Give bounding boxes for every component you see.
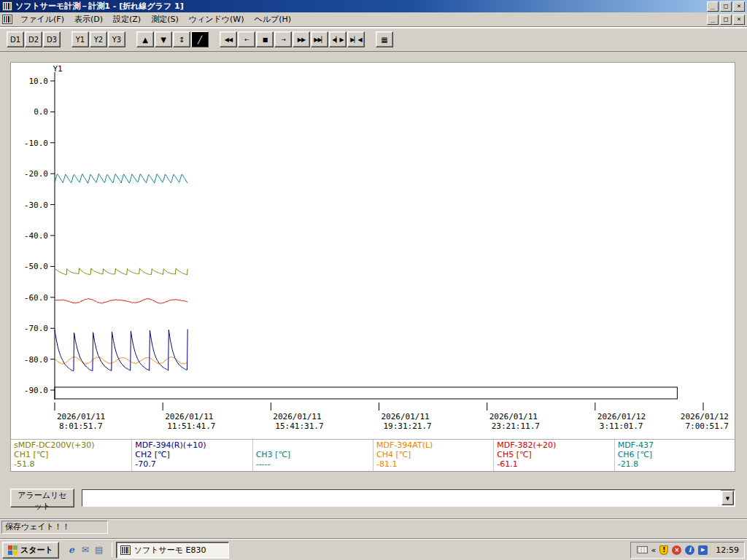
- channel-name: MDF-394(R)(+10): [135, 440, 249, 450]
- tray-play-icon[interactable]: ▶: [698, 545, 708, 555]
- legend-cell-ch2: MDF-394(R)(+10)CH2 [℃]-70.7: [131, 440, 252, 471]
- fast-forward-button[interactable]: ▶▶: [293, 31, 310, 47]
- channel-legend: sMDF-DC200V(+30)CH1 [℃]-51.8MDF-394(R)(+…: [11, 439, 735, 471]
- svg-text:2026/01/12: 2026/01/12: [681, 412, 729, 421]
- contract-x-button[interactable]: ▶▏◀: [347, 31, 365, 47]
- y2-button[interactable]: Y2: [90, 31, 107, 47]
- channel-value: -51.8: [14, 459, 128, 469]
- alarm-reset-button[interactable]: アラームリセット: [10, 489, 74, 508]
- menubar: ファイル(F)表示(D)設定(Z)測定(S)ウィンドウ(W)ヘルプ(H) _ □…: [0, 12, 747, 27]
- svg-text:-20.0: -20.0: [24, 169, 48, 179]
- app-icon: [2, 1, 12, 11]
- step-back-button[interactable]: ←: [238, 31, 255, 47]
- menu-view[interactable]: 表示(D): [69, 12, 108, 26]
- menu-items: ファイル(F)表示(D)設定(Z)測定(S)ウィンドウ(W)ヘルプ(H): [15, 12, 704, 26]
- legend-cell-ch1: sMDF-DC200V(+30)CH1 [℃]-51.8: [11, 440, 131, 471]
- svg-text:2026/01/11: 2026/01/11: [57, 412, 105, 421]
- menu-file[interactable]: ファイル(F): [15, 12, 69, 26]
- scale-buttons: ▲▼↕╱: [136, 31, 209, 47]
- fit-scale-button[interactable]: ╱: [191, 31, 209, 47]
- combo-dropdown-button[interactable]: ▼: [721, 491, 734, 505]
- svg-text:2026/01/11: 2026/01/11: [273, 412, 321, 421]
- yaxis-buttons: Y1Y2Y3: [71, 31, 125, 47]
- expand-y-button[interactable]: ↕: [173, 31, 190, 47]
- show-desktop-icon[interactable]: ▤: [93, 544, 105, 556]
- svg-text:-70.0: -70.0: [24, 324, 48, 333]
- minimize-button[interactable]: _: [707, 1, 719, 12]
- legend-cell-ch3: CH3 [℃]-----: [252, 440, 373, 471]
- alarm-combobox[interactable]: ▼: [82, 489, 735, 507]
- system-tray: « ! × i ▶ 12:59: [630, 542, 745, 559]
- d3-button[interactable]: D3: [43, 31, 61, 47]
- step-forward-button[interactable]: →: [274, 31, 292, 47]
- legend-toggle-button[interactable]: ▦: [376, 31, 393, 47]
- channel-label: CH6 [℃]: [618, 450, 732, 459]
- skip-to-end-button[interactable]: ▶▶▏: [311, 31, 328, 47]
- internet-explorer-icon[interactable]: e: [66, 544, 77, 556]
- alarm-row: アラームリセット ▼: [10, 488, 735, 508]
- svg-text:2026/01/11: 2026/01/11: [382, 412, 430, 421]
- y3-button[interactable]: Y3: [108, 31, 125, 47]
- tray-info-icon[interactable]: i: [685, 545, 694, 555]
- scroll-up-button[interactable]: ▲: [136, 31, 154, 47]
- y1-button[interactable]: Y1: [71, 31, 89, 47]
- task-app-icon: [120, 545, 131, 555]
- taskbar-task-button[interactable]: ソフトサーモ E830: [116, 542, 229, 559]
- fast-rewind-button[interactable]: ◀◀: [220, 31, 237, 47]
- nav-buttons: ◀◀←■→▶▶▶▶▏◀▏▶▶▏◀: [220, 31, 365, 47]
- line-chart: Y110.00.0-10.0-20.0-30.0-40.0-50.0-60.0-…: [11, 63, 735, 439]
- menu-window[interactable]: ウィンドウ(W): [184, 12, 249, 26]
- legend-cell-ch4: MDF-394AT(L)CH4 [℃]-81.1: [373, 440, 493, 471]
- svg-text:0.0: 0.0: [34, 107, 48, 117]
- restore-button[interactable]: □: [720, 1, 732, 12]
- mail-icon[interactable]: ✉: [80, 544, 91, 556]
- child-restore-button[interactable]: □: [720, 15, 732, 25]
- channel-label: CH4 [℃]: [376, 450, 490, 459]
- security-shield-icon[interactable]: !: [659, 545, 668, 555]
- window-controls: _ □ ×: [707, 1, 745, 12]
- menu-settings[interactable]: 設定(Z): [108, 12, 146, 26]
- alarm-combo-input[interactable]: [82, 490, 721, 506]
- child-close-button[interactable]: ×: [733, 15, 745, 25]
- channel-name: MDF-382(+20): [497, 440, 611, 450]
- tray-alert-icon[interactable]: ×: [672, 545, 681, 555]
- chart-panel: Y110.00.0-10.0-20.0-30.0-40.0-50.0-60.0-…: [10, 62, 735, 472]
- svg-text:23:21:11.7: 23:21:11.7: [492, 421, 540, 431]
- child-minimize-button[interactable]: _: [707, 15, 719, 25]
- channel-name: [256, 440, 370, 450]
- d2-button[interactable]: D2: [25, 31, 42, 47]
- stop-button[interactable]: ■: [256, 31, 274, 47]
- svg-text:-30.0: -30.0: [24, 201, 48, 210]
- expand-x-button[interactable]: ◀▏▶: [329, 31, 347, 47]
- keyboard-layout-icon[interactable]: [637, 546, 648, 553]
- legend-cell-ch5: MDF-382(+20)CH5 [℃]-61.1: [493, 440, 614, 471]
- d1-button[interactable]: D1: [7, 31, 24, 47]
- channel-value: -61.1: [497, 459, 611, 469]
- start-label: スタート: [20, 545, 53, 556]
- svg-text:2026/01/12: 2026/01/12: [597, 412, 646, 421]
- channel-value: -70.7: [135, 459, 249, 469]
- tray-expand-chevron-icon[interactable]: «: [651, 545, 657, 555]
- channel-value: -----: [256, 459, 370, 469]
- svg-text:-50.0: -50.0: [24, 262, 48, 271]
- svg-text:2026/01/11: 2026/01/11: [165, 412, 213, 421]
- scroll-down-button[interactable]: ▼: [155, 31, 172, 47]
- legend-cell-ch6: MDF-437CH6 [℃]-21.8: [614, 440, 735, 471]
- svg-text:-60.0: -60.0: [24, 293, 48, 303]
- svg-text:2026/01/11: 2026/01/11: [489, 412, 538, 421]
- screen: ソフトサーモ計測－計測1 - [折れ線グラフ 1] _ □ × ファイル(F)表…: [0, 0, 747, 560]
- toolbar: D1D2D3 Y1Y2Y3 ▲▼↕╱ ◀◀←■→▶▶▶▶▏◀▏▶▶▏◀ ▦: [0, 28, 747, 52]
- close-button[interactable]: ×: [733, 1, 745, 12]
- svg-text:Y1: Y1: [53, 64, 62, 74]
- titlebar: ソフトサーモ計測－計測1 - [折れ線グラフ 1] _ □ ×: [0, 0, 747, 12]
- menu-measure[interactable]: 測定(S): [146, 12, 184, 26]
- legend-toggle-group: ▦: [376, 31, 393, 47]
- child-window-controls: _ □ ×: [707, 15, 745, 25]
- start-button[interactable]: スタート: [2, 542, 59, 559]
- menu-help[interactable]: ヘルプ(H): [249, 12, 296, 26]
- task-label: ソフトサーモ E830: [134, 545, 206, 556]
- svg-text:3:11:01.7: 3:11:01.7: [600, 421, 643, 431]
- svg-text:7:00:51.7: 7:00:51.7: [685, 421, 729, 431]
- taskbar-clock[interactable]: 12:59: [716, 545, 739, 555]
- svg-text:8:01:51.7: 8:01:51.7: [59, 421, 103, 431]
